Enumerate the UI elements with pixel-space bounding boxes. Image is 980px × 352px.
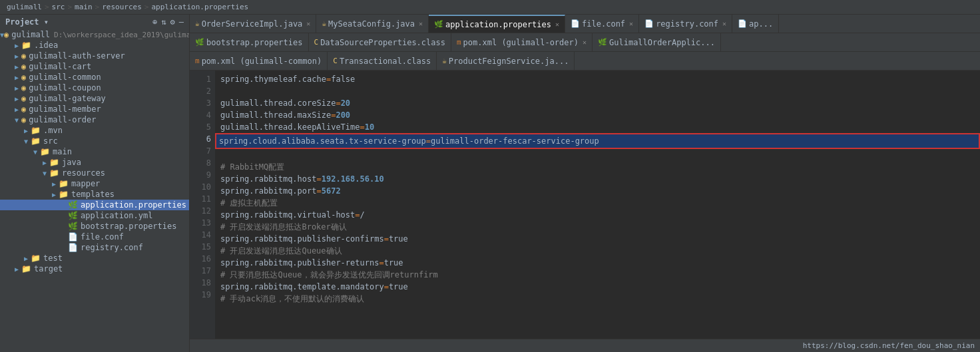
tree-item-file-conf[interactable]: 📄 file.conf	[0, 232, 189, 242]
close-orderservice[interactable]: ✕	[306, 20, 310, 27]
tree-item-registry-conf[interactable]: 📄 registry.conf	[0, 242, 189, 253]
tree-item-common[interactable]: ▶ ◉ gulimall-common	[0, 72, 189, 83]
arrow-auth: ▶	[12, 53, 21, 60]
tab-product-feign[interactable]: ☕ ProductFeignService.ja...	[437, 52, 575, 71]
tab-file-conf[interactable]: 📄 file.conf ✕	[565, 15, 639, 33]
tree-item-coupon[interactable]: ▶ ◉ gulimall-coupon	[0, 83, 189, 93]
maven-icon-pom-common: m	[195, 57, 200, 65]
folder-icon-mvn: 📁	[31, 126, 41, 135]
code-line-7	[220, 149, 975, 161]
tab-label-file-conf: file.conf	[582, 19, 625, 29]
tree-item-gateway[interactable]: ▶ ◉ gulimall-gateway	[0, 93, 189, 104]
breadcrumb-gulimall[interactable]: gulimall	[7, 3, 42, 11]
tab-pom-common[interactable]: m pom.xml (gulimall-common)	[190, 52, 328, 71]
tab-orderserviceimpl[interactable]: ☕ OrderServiceImpl.java ✕	[190, 15, 316, 33]
status-url[interactable]: https://blog.csdn.net/fen_dou_shao_nian	[803, 341, 975, 350]
more-icon[interactable]: —	[179, 17, 184, 27]
tree-item-idea[interactable]: ▶ 📁 .idea	[0, 40, 189, 51]
mvn-label: .mvn	[43, 126, 63, 135]
code-line-19: # 手动ack消息，不使用默认的消费确认	[220, 293, 975, 305]
gear-icon[interactable]: ⚙	[170, 17, 175, 27]
folder-icon-test: 📁	[31, 254, 41, 263]
tab-label-pom-order: pom.xml (gulimall-order)	[463, 38, 579, 47]
ln-12: 12	[194, 205, 211, 217]
sep4: >	[144, 3, 149, 11]
breadcrumb-src[interactable]: src	[52, 3, 65, 11]
ln-1: 1	[194, 73, 211, 85]
tab-registry-conf[interactable]: 📄 registry.conf ✕	[639, 15, 732, 33]
ln-14: 14	[194, 229, 211, 241]
tree-item-java[interactable]: ▶ 📁 java	[0, 157, 189, 168]
tab-pom-order[interactable]: m pom.xml (gulimall-order) ✕	[451, 33, 593, 52]
tab-application-properties[interactable]: 🌿 application.properties ✕	[429, 15, 565, 33]
tree-item-main[interactable]: ▼ 📁 main	[0, 146, 189, 157]
code-line-15: # 开启发送端消息抵达Queue确认	[220, 245, 975, 257]
spring-icon-app-yml: 🌿	[68, 211, 78, 220]
ln-7: 7	[194, 145, 211, 157]
arrow-gateway: ▶	[12, 95, 21, 102]
tree-item-auth[interactable]: ▶ ◉ gulimall-auth-server	[0, 51, 189, 61]
code-line-3: gulimall.thread.coreSize=20	[220, 97, 975, 109]
ln-5: 5	[194, 121, 211, 133]
close-file-conf[interactable]: ✕	[629, 20, 633, 27]
gateway-label: gulimall-gateway	[29, 94, 106, 103]
tree-item-mapper[interactable]: ▶ 📁 mapper	[0, 178, 189, 189]
tree-item-test[interactable]: ▶ 📁 test	[0, 253, 189, 264]
arrow-member: ▶	[12, 106, 21, 113]
ln-8: 8	[194, 157, 211, 169]
coupon-label: gulimall-coupon	[29, 83, 101, 92]
tree-item-target[interactable]: ▶ 📁 target	[0, 264, 189, 274]
code-content[interactable]: spring.thymeleaf.cache=false gulimall.th…	[215, 71, 980, 339]
close-myseata[interactable]: ✕	[419, 20, 423, 27]
close-pom-order[interactable]: ✕	[583, 39, 587, 46]
tab-myseataconfig[interactable]: ☕ MySeataConfig.java ✕	[316, 15, 429, 33]
tree-item-resources[interactable]: ▼ 📁 resources	[0, 168, 189, 178]
tab-gulimall-order-applic[interactable]: 🌿 GulimallOrderApplic...	[593, 33, 721, 52]
tree-item-application-properties[interactable]: 🌿 application.properties	[0, 200, 189, 210]
spring-icon-tab-app: 🌿	[434, 20, 443, 29]
member-label: gulimall-member	[29, 104, 101, 114]
tree-item-mvn[interactable]: ▶ 📁 .mvn	[0, 125, 189, 136]
ln-11: 11	[194, 193, 211, 205]
main-content: Project ▾ ⊕ ⇅ ⚙ — ▼ ◉ gulimall D:\worker…	[0, 15, 980, 352]
sidebar: Project ▾ ⊕ ⇅ ⚙ — ▼ ◉ gulimall D:\worker…	[0, 15, 190, 352]
close-app-prop[interactable]: ✕	[555, 21, 559, 28]
arrow-cart: ▶	[12, 63, 21, 71]
tree-item-application-yml[interactable]: 🌿 application.yml	[0, 210, 189, 221]
tree-item-templates[interactable]: ▶ 📁 templates	[0, 189, 189, 200]
status-bar: https://blog.csdn.net/fen_dou_shao_nian	[190, 339, 980, 352]
module-icon-order: ◉	[21, 115, 26, 124]
tab-datasource-properties[interactable]: C DataSourceProperties.class	[309, 33, 451, 52]
breadcrumb-resources[interactable]: resources	[102, 3, 142, 11]
arrow-test: ▶	[21, 255, 31, 262]
tree-item-member[interactable]: ▶ ◉ gulimall-member	[0, 104, 189, 114]
tree-item-root[interactable]: ▼ ◉ gulimall D:\workerspace_idea_2019\gu…	[0, 29, 189, 40]
tree-item-src[interactable]: ▼ 📁 src	[0, 136, 189, 146]
tab-ap-shortcut[interactable]: 📄 ap...	[732, 15, 779, 33]
editor-tab-bar-1: ☕ OrderServiceImpl.java ✕ ☕ MySeataConfi…	[190, 15, 980, 33]
folder-icon-java: 📁	[49, 158, 59, 167]
add-icon[interactable]: ⊕	[152, 17, 157, 27]
class-icon-transactional: C	[333, 57, 338, 65]
sep1: >	[45, 3, 49, 11]
editor-tab-bar-3: m pom.xml (gulimall-common) C Transactio…	[190, 52, 980, 71]
templates-label: templates	[71, 190, 115, 199]
tab-label-transactional: Transactional.class	[340, 57, 431, 66]
code-line-18: spring.rabbitmq.template.mandatory=true	[220, 281, 975, 293]
close-registry-conf[interactable]: ✕	[722, 20, 726, 27]
app-container: gulimall > src > main > resources > appl…	[0, 0, 980, 352]
breadcrumb-main[interactable]: main	[75, 3, 93, 11]
breadcrumb-file[interactable]: application.properties	[151, 3, 248, 11]
file-icon-tab-ap: 📄	[738, 19, 747, 28]
sync-icon[interactable]: ⇅	[161, 17, 166, 27]
tab-bootstrap-properties[interactable]: 🌿 bootstrap.properties	[190, 33, 309, 52]
code-line-17: # 只要消息抵达Queue，就会异步发送优先回调returnfirm	[220, 269, 975, 281]
tree-item-order[interactable]: ▼ ◉ gulimall-order	[0, 114, 189, 125]
tree-item-cart[interactable]: ▶ ◉ gulimall-cart	[0, 61, 189, 72]
tab-transactional[interactable]: C Transactional.class	[328, 52, 437, 71]
ln-3: 3	[194, 97, 211, 109]
tab-label-app-prop: application.properties	[445, 20, 551, 29]
tree-item-bootstrap[interactable]: 🌿 bootstrap.properties	[0, 221, 189, 232]
ln-6: 6	[194, 133, 211, 145]
module-icon-coupon: ◉	[21, 83, 26, 92]
